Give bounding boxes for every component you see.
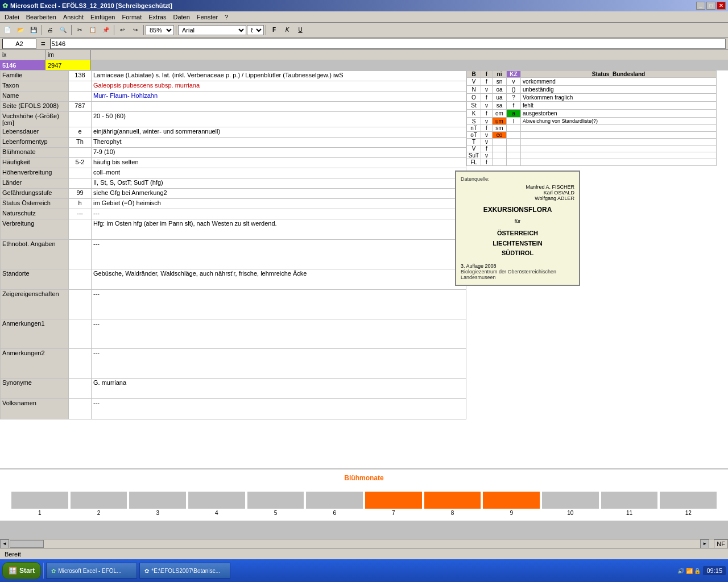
ni-cell xyxy=(493,146,507,152)
table-row: SuT v xyxy=(467,152,717,159)
bar-8-active xyxy=(424,492,481,509)
scroll-right-button[interactable]: ► xyxy=(700,539,709,548)
row-label: Synonyme xyxy=(1,379,69,399)
ni-cell: ua xyxy=(493,94,507,102)
f-cell: f xyxy=(481,146,493,152)
f-cell: v xyxy=(481,86,493,94)
row-value: einjährig(annuell, winter- und sommerann… xyxy=(92,127,466,138)
row-value: --- xyxy=(92,290,466,319)
b-cell: oT xyxy=(467,132,481,139)
b-cell: V xyxy=(467,78,481,86)
scroll-track[interactable] xyxy=(9,539,700,548)
month-label-4: 4 xyxy=(215,510,218,516)
scroll-thumb[interactable] xyxy=(10,540,44,548)
underline-button[interactable]: U xyxy=(294,24,307,36)
table-row: Gefährdungsstufe 99 siehe Gfg bei Anmerk… xyxy=(1,189,466,199)
row-num: 138 xyxy=(69,71,92,81)
f-cell: v xyxy=(481,102,493,110)
formula-input[interactable]: 5146 xyxy=(50,39,726,49)
table-row: Status Österreich h im Gebiet (=Ö) heimi… xyxy=(1,199,466,209)
window-controls[interactable]: _ □ ✕ xyxy=(696,2,726,10)
minimize-button[interactable]: _ xyxy=(696,2,705,10)
zoom-select[interactable]: 85% xyxy=(146,25,174,35)
copy-button[interactable]: 📋 xyxy=(86,24,99,36)
menu-bearbeiten[interactable]: Bearbeiten xyxy=(23,13,60,22)
systray-icons: 🔊 📶 🔒 xyxy=(677,568,701,574)
table-row: Seite (EFOLS 2008) 787 xyxy=(1,102,466,112)
taskbar-botanik-item[interactable]: ✿ *E:\EFOLS2007\Botanisc... xyxy=(139,563,230,579)
menu-help[interactable]: ? xyxy=(221,13,231,22)
row-num: h xyxy=(69,199,92,209)
maximize-button[interactable]: □ xyxy=(706,2,715,10)
status-bar: Bereit xyxy=(0,548,728,559)
new-button[interactable]: 📄 xyxy=(1,24,14,36)
bar-7-active xyxy=(365,492,422,509)
row-value-taxon: Galeopsis pubescens subsp. murriana xyxy=(92,81,466,92)
toolbar: 📄 📂 💾 🖨 🔍 ✂ 📋 📌 ↩ ↪ 85% Arial 8 F K U xyxy=(0,23,728,38)
row-num: Th xyxy=(69,138,92,148)
menu-format[interactable]: Format xyxy=(118,13,145,22)
open-button[interactable]: 📂 xyxy=(14,24,27,36)
month-label-1: 1 xyxy=(38,510,42,516)
col-header-status: Status_Bundesland xyxy=(521,71,717,78)
redo-button[interactable]: ↪ xyxy=(129,24,142,36)
table-header-row: B f ni KZ Status_Bundesland xyxy=(467,71,717,78)
menu-datei[interactable]: Datei xyxy=(1,13,23,22)
row-label: Standorte xyxy=(1,269,69,290)
col-header-f: f xyxy=(481,71,493,78)
start-icon: 🪟 xyxy=(9,567,17,575)
row-label: Naturschutz xyxy=(1,209,69,219)
kz-cell xyxy=(507,132,521,139)
row-value: --- xyxy=(92,209,466,219)
bluehmonate-chart: 1 2 3 4 5 6 7 8 xyxy=(0,484,728,518)
row-label: Höhenverbreitung xyxy=(1,168,69,178)
font-size-select[interactable]: 8 xyxy=(247,25,264,35)
bar-1 xyxy=(11,492,68,509)
ix-value-cell: 5146 xyxy=(0,60,46,70)
authors-block: Manfred A. FISCHER Karl OSVALD Wolfgang … xyxy=(461,184,574,201)
f-cell: f xyxy=(481,110,493,118)
italic-button[interactable]: K xyxy=(281,24,293,36)
row-num: 99 xyxy=(69,189,92,199)
row-num xyxy=(69,168,92,178)
taskbar-excel-item[interactable]: ✿ Microsoft Excel - EFÖL... xyxy=(46,563,137,579)
menu-daten[interactable]: Daten xyxy=(169,13,193,22)
menu-extras[interactable]: Extras xyxy=(145,13,169,22)
table-row: Name Murr- Flaum- Hohlzahn xyxy=(1,92,466,102)
save-button[interactable]: 💾 xyxy=(27,24,40,36)
row-label: Gefährdungsstufe xyxy=(1,189,69,199)
undo-button[interactable]: ↩ xyxy=(116,24,129,36)
row-num xyxy=(69,178,92,189)
menu-fenster[interactable]: Fenster xyxy=(193,13,221,22)
row-label: Länder xyxy=(1,178,69,189)
f-cell: v xyxy=(481,139,493,146)
kz-cell-green: a xyxy=(507,110,521,118)
status-cell: fehlt xyxy=(521,102,717,110)
start-button[interactable]: 🪟 Start xyxy=(2,562,41,579)
cell-reference-input[interactable]: A2 xyxy=(2,39,36,49)
col-header-kz: KZ xyxy=(507,71,521,78)
row-label: Taxon xyxy=(1,81,69,92)
im-value-cell: 2947 xyxy=(46,60,91,70)
ni-cell: oa xyxy=(493,86,507,94)
paste-button[interactable]: 📌 xyxy=(100,24,112,36)
close-button[interactable]: ✕ xyxy=(717,2,726,10)
month-bar-3: 3 xyxy=(129,492,186,516)
horizontal-scrollbar[interactable]: ◄ ► NF xyxy=(0,539,728,548)
row-label: Status Österreich xyxy=(1,199,69,209)
table-row: Anmerkungen2 --- xyxy=(1,349,466,379)
row-label: Seite (EFOLS 2008) xyxy=(1,102,69,112)
cut-button[interactable]: ✂ xyxy=(73,24,86,36)
print-button[interactable]: 🖨 xyxy=(44,24,56,36)
status-cell: unbeständig xyxy=(521,86,717,94)
menu-ansicht[interactable]: Ansicht xyxy=(60,13,87,22)
bold-button[interactable]: F xyxy=(268,24,280,36)
ni-cell-orange: um xyxy=(493,118,507,125)
scroll-left-button[interactable]: ◄ xyxy=(0,539,9,548)
preview-button[interactable]: 🔍 xyxy=(57,24,69,36)
row-num xyxy=(69,290,92,319)
row-num xyxy=(69,319,92,349)
menu-einfuegen[interactable]: Einfügen xyxy=(87,13,118,22)
font-name-select[interactable]: Arial xyxy=(178,25,246,35)
row-num: e xyxy=(69,127,92,138)
